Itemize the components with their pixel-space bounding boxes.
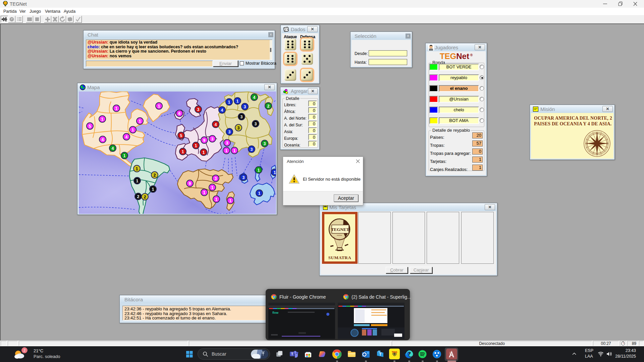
svg-text:3: 3 [244,105,246,109]
svg-text:2: 2 [154,173,156,178]
svg-text:1: 1 [258,191,261,196]
svg-text:1: 1 [182,149,184,154]
svg-text:1: 1 [211,185,214,190]
svg-text:3: 3 [255,122,257,126]
svg-text:3: 3 [243,175,245,180]
svg-text:3: 3 [251,147,253,152]
svg-text:5: 5 [180,133,182,138]
svg-text:3: 3 [226,141,228,145]
svg-text:TEG: TEG [4,2,7,4]
svg-text:3: 3 [211,137,214,141]
svg-text:S: S [596,153,598,156]
svg-text:1: 1 [115,106,118,111]
svg-text:2: 2 [267,104,270,109]
svg-text:3: 3 [228,130,231,134]
svg-text:2: 2 [144,195,146,199]
svg-text:1: 1 [229,198,232,203]
svg-text:1: 1 [132,128,134,132]
svg-text:9: 9 [189,181,191,186]
svg-text:4: 4 [221,108,223,113]
svg-text:T: T [291,352,293,356]
svg-text:1: 1 [195,143,197,148]
svg-text:O: O [586,142,588,145]
svg-text:1: 1 [236,99,239,104]
svg-text:4: 4 [112,146,114,151]
svg-text:1: 1 [136,167,138,171]
svg-text:1: 1 [228,100,230,105]
svg-text:T: T [379,352,382,357]
svg-text:2: 2 [137,194,140,199]
svg-text:E: E [607,142,608,145]
svg-text:1: 1 [258,168,260,173]
svg-text:1: 1 [101,117,104,122]
svg-text:SUMATRA: SUMATRA [328,255,351,260]
svg-text:4: 4 [125,135,128,139]
svg-text:1: 1 [274,170,276,175]
svg-text:1: 1 [203,190,206,195]
svg-text:5: 5 [89,124,91,129]
svg-text:3: 3 [264,141,266,146]
svg-text:4: 4 [253,95,256,100]
svg-text:TEGNET: TEGNET [331,227,350,232]
svg-text:3: 3 [240,115,243,119]
svg-text:N: N [596,132,598,135]
svg-text:1: 1 [225,148,228,153]
svg-text:1: 1 [158,104,160,109]
svg-text:1: 1 [152,187,154,192]
svg-text:4: 4 [102,137,104,142]
svg-text:3: 3 [197,107,200,112]
svg-text:3: 3 [237,126,240,130]
svg-text:1: 1 [215,197,218,202]
svg-text:4: 4 [215,122,217,127]
svg-text:3: 3 [215,176,217,181]
svg-text:1: 1 [123,154,126,158]
svg-text:1: 1 [203,150,205,155]
svg-text:1: 1 [136,179,139,183]
svg-text:6: 6 [178,111,181,116]
svg-text:9: 9 [203,138,206,143]
svg-text:1: 1 [139,119,141,124]
svg-text:1: 1 [233,148,236,153]
